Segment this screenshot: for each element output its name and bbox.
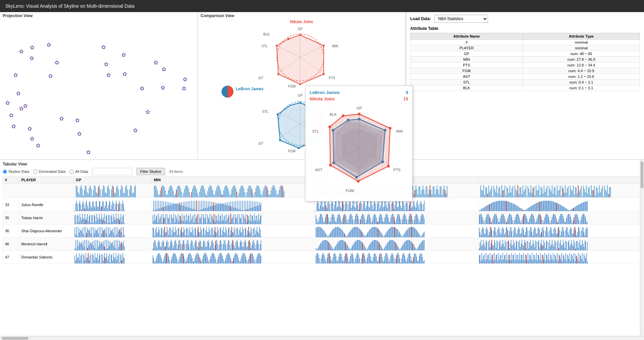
- sparkline-bar: [577, 194, 578, 197]
- sparkline-bar: [569, 196, 570, 197]
- sparkline-bar: [195, 186, 196, 197]
- sparkline-bar: [193, 186, 194, 197]
- sparkline-bar: [86, 186, 87, 197]
- attr-type-cell: nominal: [523, 40, 640, 45]
- scatter-dot[interactable]: ✿: [47, 42, 51, 48]
- sparkline-bar: [226, 186, 227, 197]
- sparkline-bar: [118, 189, 119, 197]
- sparkline-bar: [128, 196, 129, 197]
- table-row[interactable]: 47Domantas Sabonis: [3, 251, 641, 264]
- scatter-dot[interactable]: ✿: [133, 127, 138, 134]
- sparkline-bar: [269, 194, 269, 197]
- sparkline-bar: [91, 189, 92, 197]
- scatter-dot[interactable]: ✿: [86, 149, 91, 155]
- cell-min: [152, 225, 315, 238]
- sparkline-bar: [229, 195, 230, 197]
- scatter-dot[interactable]: ✿: [11, 123, 16, 130]
- svg-text:BLK: BLK: [263, 33, 270, 36]
- sparkline-bar: [516, 189, 516, 197]
- scatter-dot[interactable]: ✿: [106, 72, 111, 78]
- sparkline-bar: [487, 194, 488, 197]
- svg-text:AST: AST: [315, 168, 323, 172]
- sparkline-bar: [161, 187, 162, 197]
- radio-all[interactable]: All Data: [69, 169, 88, 174]
- table-row[interactable]: 35Tobias Harris: [3, 211, 641, 225]
- sparkline-bar: [542, 188, 542, 197]
- sparkline-bar: [427, 186, 427, 197]
- table-row[interactable]: 46Montrezl Harrell: [3, 238, 641, 251]
- lebron-legend-item: LeBron James 9: [310, 90, 408, 95]
- dominated-label: Dominated Data: [39, 169, 66, 174]
- scatter-dot[interactable]: ✿: [121, 52, 126, 58]
- sparkline-bar: [543, 193, 543, 197]
- attr-table-title: Attribute Table: [410, 26, 640, 31]
- scatter-dot[interactable]: ✿: [19, 105, 23, 112]
- cell-gp: [74, 251, 152, 264]
- sparkline-bar: [180, 188, 181, 197]
- svg-text:MIN: MIN: [396, 129, 403, 133]
- sparkline-bar: [610, 187, 611, 197]
- scatter-dot[interactable]: ✿: [162, 66, 166, 72]
- scatter-dot[interactable]: ✿: [30, 44, 34, 51]
- sparkline-bar: [538, 190, 538, 197]
- radio-dominated[interactable]: Dominated Data: [33, 169, 66, 174]
- sparkline-bar: [134, 187, 135, 197]
- cell-min: [152, 251, 315, 264]
- scatter-dot[interactable]: ✿: [48, 73, 53, 79]
- table-row[interactable]: 36Shai Gilgeous-Alexander: [3, 225, 641, 238]
- scatter-dot[interactable]: ✿: [59, 115, 64, 122]
- all-radio[interactable]: [69, 169, 74, 174]
- bottom-scrollbar[interactable]: [0, 336, 644, 340]
- scatter-dot[interactable]: ✿: [30, 136, 34, 142]
- scatter-dot[interactable]: ✿: [5, 100, 10, 106]
- sparkline-bar: [508, 193, 509, 197]
- sparkline-bar: [284, 191, 284, 197]
- scatter-dot[interactable]: ✿: [104, 61, 108, 67]
- cell-extra: [478, 238, 641, 251]
- scatter-dot[interactable]: ✿: [182, 85, 186, 92]
- scatter-dot[interactable]: ✿: [28, 126, 32, 132]
- sparkline-bar: [418, 195, 418, 197]
- radio-skyline[interactable]: Skyline Data: [3, 169, 29, 174]
- scatter-dot[interactable]: ✿: [101, 44, 106, 50]
- scatter-dot[interactable]: ✿: [140, 85, 144, 92]
- cell-min: [152, 238, 315, 251]
- scatter-dot[interactable]: ✿: [146, 109, 150, 115]
- sparkline-bar: [184, 189, 185, 197]
- dominated-radio[interactable]: [33, 169, 38, 174]
- sparkline-bar: [491, 186, 492, 197]
- sparkline-bar: [126, 185, 127, 197]
- filter-input[interactable]: [92, 168, 132, 175]
- attr-table-row: ASTnum: 1.2 ~ 10.6: [411, 74, 640, 80]
- scatter-dot[interactable]: ✿: [30, 55, 34, 61]
- scatter-dot[interactable]: ✿: [16, 90, 20, 97]
- scatter-dot[interactable]: ✿: [19, 48, 23, 55]
- sparkline-bar: [263, 191, 263, 197]
- skyline-radio[interactable]: [3, 169, 7, 174]
- sparkline-bar: [221, 195, 222, 197]
- scatter-dot[interactable]: ✿: [9, 112, 13, 118]
- scatter-dot[interactable]: ✿: [77, 131, 82, 137]
- sparkline-bar: [179, 186, 180, 197]
- sparkline-bar: [507, 188, 508, 197]
- scatter-dot[interactable]: ✿: [183, 76, 187, 83]
- filter-button[interactable]: Filter Skyline: [137, 168, 165, 175]
- scatter-dot[interactable]: ✿: [161, 85, 165, 91]
- svg-text:BLK: BLK: [330, 112, 337, 116]
- right-scrollbar[interactable]: [640, 160, 644, 336]
- scatter-dot[interactable]: ✿: [122, 71, 127, 77]
- scatter-dot[interactable]: ✿: [23, 103, 28, 109]
- scatter-dot[interactable]: ✿: [75, 117, 79, 124]
- scatter-dot[interactable]: ✿: [154, 59, 158, 66]
- cell-extra: [478, 225, 641, 238]
- scatter-dot[interactable]: ✿: [55, 59, 59, 66]
- lebron-label: LeBron James: [236, 87, 264, 91]
- sparkline-bar: [517, 191, 517, 197]
- svg-point-10: [323, 45, 325, 47]
- sparkline-bar: [130, 185, 131, 197]
- load-data-select[interactable]: NBA Statistics Soccer Data Tennis Data: [434, 15, 488, 23]
- scatter-dot[interactable]: ✿: [36, 142, 40, 149]
- scatter-dot[interactable]: ✿: [13, 72, 18, 78]
- projection-canvas[interactable]: ✿✿✿✿✿✿✿✿✿✿✿✿✿✿✿✿✿✿✿✿✿✿✿✿✿✿✿✿✿✿✿✿✿: [3, 19, 195, 157]
- svg-text:GP: GP: [357, 106, 362, 110]
